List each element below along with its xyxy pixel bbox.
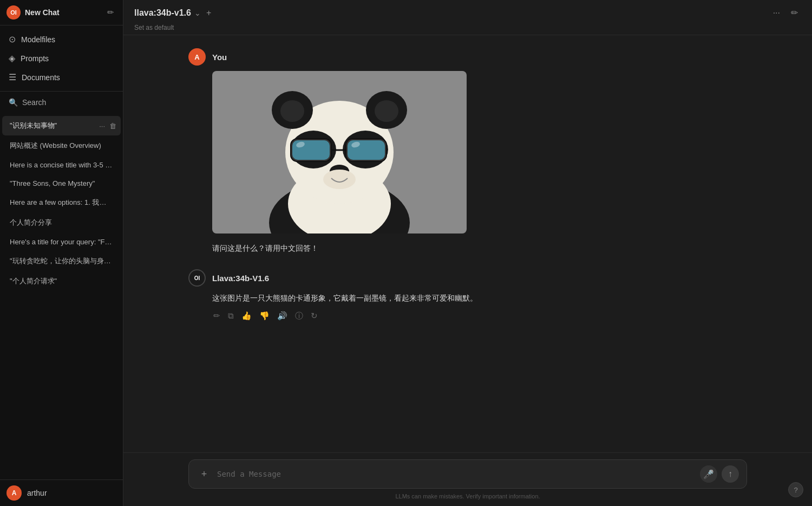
sidebar: OI New Chat ✏ ⊙ Modelfiles ◈ Prompts ☰ D…: [0, 0, 123, 506]
chevron-down-icon[interactable]: ⌄: [194, 9, 201, 17]
input-right-buttons: 🎤 ↑: [700, 465, 739, 483]
send-button[interactable]: ↑: [722, 465, 739, 483]
ai-avatar: OI: [188, 269, 206, 287]
sidebar-item-prompts[interactable]: ◈ Prompts: [2, 49, 121, 68]
sidebar-item-prompts-label: Prompts: [21, 54, 49, 63]
send-icon: ↑: [728, 469, 732, 479]
user-avatar: A: [6, 485, 22, 501]
search-label: Search: [22, 98, 46, 107]
panda-image: [212, 71, 467, 233]
thumbs-down-button[interactable]: 👎: [258, 310, 271, 322]
new-chat-label[interactable]: New Chat: [25, 8, 60, 17]
chat-list-item[interactable]: "Three Sons, One Mystery": [2, 174, 121, 192]
chat-list-item[interactable]: 网站概述 (Website Overview): [2, 136, 121, 155]
chat-title: 网站概述 (Website Overview): [10, 141, 101, 150]
chat-title: Here's a title for your query: "Furry I: [10, 238, 121, 246]
chat-title: "识别未知事物": [10, 121, 57, 129]
user-name: arthur: [27, 489, 47, 497]
cycle-button[interactable]: ↻: [310, 310, 319, 322]
message-content: 这张图片是一只大熊猫的卡通形象，它戴着一副墨镜，看起来非常可爱和幽默。 ✏ ⧉ …: [188, 292, 747, 322]
svg-point-5: [280, 100, 304, 122]
chat-list-item[interactable]: "识别未知事物" ··· 🗑: [2, 116, 121, 135]
sidebar-nav: ⊙ Modelfiles ◈ Prompts ☰ Documents: [0, 25, 123, 92]
chat-list-item[interactable]: 个人简介分享: [2, 213, 121, 232]
help-button[interactable]: ?: [788, 482, 803, 497]
chat-area: A You: [123, 35, 812, 452]
message-actions: ✏ ⧉ 👍 👎 🔊 ⓘ ↻: [212, 310, 747, 322]
add-attachment-button[interactable]: +: [197, 466, 212, 482]
prompts-icon: ◈: [9, 53, 15, 63]
chat-list-item[interactable]: Here are a few options: 1. 我是AI语: [2, 193, 121, 212]
sidebar-header: OI New Chat ✏: [0, 0, 123, 25]
message-sender: Llava:34b-V1.6: [212, 274, 269, 283]
search-icon: 🔍: [9, 98, 18, 107]
chat-list-item[interactable]: Here is a concise title with 3-5 word: [2, 156, 121, 174]
sidebar-item-documents-label: Documents: [22, 73, 60, 82]
chat-history-list: "识别未知事物" ··· 🗑 网站概述 (Website Overview) H…: [0, 113, 123, 479]
chat-delete-button[interactable]: 🗑: [108, 121, 117, 131]
chat-item-actions: ··· 🗑: [98, 121, 117, 131]
chat-input[interactable]: [217, 470, 695, 478]
search-button[interactable]: 🔍 Search: [2, 94, 121, 111]
new-chat-button[interactable]: ✏: [788, 5, 801, 20]
disclaimer-text: LLMs can make mistakes. Verify important…: [188, 493, 747, 499]
user-image-container: [212, 71, 747, 236]
logo-icon: OI: [6, 5, 21, 20]
chat-title: "Three Sons, One Mystery": [10, 179, 95, 187]
chat-title: "玩转贪吃蛇，让你的头脑与身体保: [10, 257, 118, 265]
input-container: + 🎤 ↑: [188, 459, 747, 489]
main-content: llava:34b-v1.6 ⌄ + ··· ✏ Set as default …: [123, 0, 812, 506]
model-name: llava:34b-v1.6: [134, 8, 191, 18]
user-message-block: A You: [188, 48, 747, 254]
documents-icon: ☰: [9, 72, 16, 82]
message-sender: You: [212, 53, 227, 62]
thumbs-up-button[interactable]: 👍: [240, 310, 253, 322]
user-message-text: 请问这是什么？请用中文回答！: [212, 242, 747, 254]
more-options-button[interactable]: ···: [770, 6, 783, 20]
chat-title: 个人简介分享: [10, 218, 52, 226]
chat-list-item[interactable]: "玩转贪吃蛇，让你的头脑与身体保: [2, 251, 121, 271]
info-button[interactable]: ⓘ: [294, 310, 304, 322]
logo-area: OI New Chat: [6, 5, 60, 20]
mic-icon: 🎤: [703, 469, 714, 479]
chat-more-button[interactable]: ···: [98, 121, 106, 131]
chat-title: "个人简介请求": [10, 277, 57, 285]
ai-message-block: OI Llava:34b-V1.6 这张图片是一只大熊猫的卡通形象，它戴着一副墨…: [188, 269, 747, 322]
edit-message-button[interactable]: ✏: [212, 310, 221, 322]
model-actions: ··· ✏: [770, 5, 801, 20]
svg-point-18: [323, 170, 356, 189]
model-selector[interactable]: llava:34b-v1.6 ⌄ +: [134, 8, 211, 18]
sidebar-footer: A arthur: [0, 479, 123, 506]
message-header: A You: [188, 48, 747, 66]
microphone-button[interactable]: 🎤: [700, 465, 717, 483]
chat-title: Here is a concise title with 3-5 word: [10, 161, 120, 169]
input-area: + 🎤 ↑ LLMs can make mistakes. Verify imp…: [123, 452, 812, 506]
set-default-label[interactable]: Set as default: [123, 24, 812, 35]
modelfiles-icon: ⊙: [9, 34, 16, 44]
user-avatar: A: [188, 48, 206, 66]
message-content: 请问这是什么？请用中文回答！: [188, 71, 747, 254]
new-chat-edit-button[interactable]: ✏: [105, 7, 116, 18]
svg-point-7: [375, 100, 398, 122]
sidebar-item-modelfiles[interactable]: ⊙ Modelfiles: [2, 30, 121, 49]
copy-message-button[interactable]: ⧉: [227, 310, 235, 322]
chat-title: Here are a few options: 1. 我是AI语: [10, 198, 120, 206]
chat-list-item[interactable]: Here's a title for your query: "Furry I: [2, 233, 121, 251]
main-header: llava:34b-v1.6 ⌄ + ··· ✏: [123, 0, 812, 26]
volume-button[interactable]: 🔊: [276, 310, 289, 322]
plus-icon: +: [201, 469, 207, 480]
message-header: OI Llava:34b-V1.6: [188, 269, 747, 287]
chat-list-item[interactable]: "个人简介请求": [2, 271, 121, 291]
sidebar-item-documents[interactable]: ☰ Documents: [2, 68, 121, 87]
plus-icon[interactable]: +: [206, 8, 211, 18]
sidebar-item-modelfiles-label: Modelfiles: [21, 35, 55, 44]
ai-message-text: 这张图片是一只大熊猫的卡通形象，它戴着一副墨镜，看起来非常可爱和幽默。: [212, 292, 747, 304]
